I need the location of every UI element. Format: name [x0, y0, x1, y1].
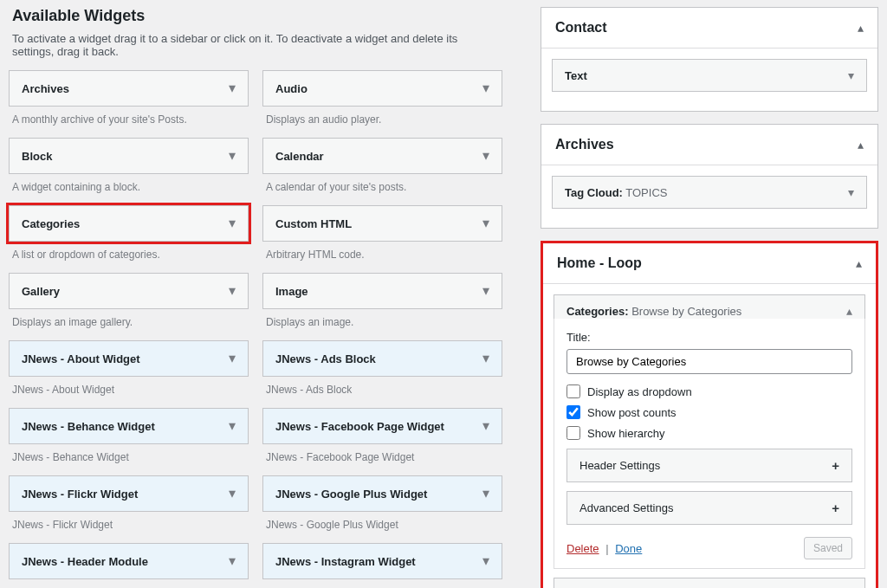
widget-jnews-ads-block[interactable]: JNews - Ads Block ▾ [262, 340, 502, 377]
plus-icon: + [832, 501, 839, 515]
available-widgets-description: To activate a widget drag it to a sideba… [9, 32, 502, 58]
widget-calendar[interactable]: Calendar ▾ [262, 138, 502, 174]
widget-action-links: Delete | Done [567, 542, 642, 555]
sidebar-area-title: Contact [555, 20, 607, 36]
show-post-counts-checkbox[interactable] [567, 405, 580, 419]
chevron-down-icon: ▾ [229, 554, 236, 568]
chevron-down-icon: ▾ [482, 419, 489, 433]
sidebar-area-toggle[interactable]: Archives ▴ [541, 125, 877, 165]
sidebar-area-archives: Archives ▴ Tag Cloud: TOPICS ▾ [541, 124, 878, 229]
sidebar-areas-panel: Contact ▴ Text ▾ Archives ▴ Tag Cloud: T… [541, 7, 878, 588]
widget-jnews-about[interactable]: JNews - About Widget ▾ [9, 340, 249, 377]
widget-label: Custom HTML [275, 217, 352, 230]
widget-label: Audio [275, 82, 308, 95]
widget-audio[interactable]: Audio ▾ [262, 70, 502, 107]
widget-label: Block [22, 150, 52, 163]
accordion-label: Header Settings [579, 459, 660, 472]
chevron-down-icon: ▾ [482, 216, 489, 230]
widget-form-categories: Title: Display as dropdown Show post cou… [554, 319, 865, 569]
saved-button: Saved [804, 537, 852, 559]
widget-label: JNews - Ads Block [275, 352, 376, 365]
widget-label: JNews - Flickr Widget [22, 488, 138, 501]
widget-label: JNews - Facebook Page Widget [275, 420, 444, 433]
widget-description: Displays an audio player. [262, 107, 502, 131]
sidebar-area-home-loop: Home - Loop ▴ Categories: Browse by Cate… [541, 241, 878, 588]
widget-description: A list or dropdown of categories. [9, 242, 249, 266]
chevron-down-icon: ▾ [482, 554, 489, 568]
widget-block[interactable]: Block ▾ [9, 138, 249, 174]
widget-categories[interactable]: Categories ▾ [9, 205, 249, 242]
widget-archives[interactable]: Archives ▾ [9, 70, 249, 107]
widget-jnews-header-module[interactable]: JNews - Header Module ▾ [9, 543, 249, 579]
available-widgets-panel: Available Widgets To activate a widget d… [9, 7, 502, 588]
chevron-down-icon: ▾ [482, 284, 489, 298]
chevron-down-icon: ▾ [482, 149, 489, 163]
sidebar-area-toggle[interactable]: Contact ▴ [541, 8, 877, 48]
chevron-down-icon: ▾ [848, 185, 854, 199]
sidebar-area-title: Home - Loop [557, 255, 642, 271]
widget-instance-label: Tag Cloud: TOPICS [565, 186, 667, 199]
chevron-down-icon: ▾ [229, 352, 236, 365]
advanced-settings-accordion[interactable]: Advanced Settings + [567, 491, 852, 525]
accordion-label: Advanced Settings [579, 501, 673, 514]
chevron-down-icon: ▾ [482, 81, 489, 95]
widget-label: JNews - Google Plus Widget [275, 488, 427, 501]
widget-description: JNews - Instagram Widget [262, 579, 502, 588]
widget-label: Calendar [275, 150, 324, 163]
sidebar-widget-text[interactable]: Text ▾ [552, 59, 867, 92]
widget-description: Arbitrary HTML code. [262, 242, 502, 266]
display-as-dropdown-checkbox[interactable] [567, 384, 580, 398]
available-widgets-title: Available Widgets [9, 7, 502, 25]
widget-label: JNews - Instagram Widget [275, 555, 416, 568]
chevron-down-icon: ▾ [229, 419, 236, 433]
widget-label: Gallery [22, 285, 60, 298]
show-hierarchy-label: Show hierarchy [587, 427, 665, 440]
title-field-label: Title: [567, 331, 852, 344]
widget-description: JNews - Header Module [9, 579, 249, 588]
sidebar-area-toggle[interactable]: Home - Loop ▴ [543, 243, 876, 283]
display-as-dropdown-label: Display as dropdown [587, 385, 692, 398]
widget-image[interactable]: Image ▾ [262, 273, 502, 309]
widget-jnews-instagram[interactable]: JNews - Instagram Widget ▾ [262, 543, 502, 579]
widget-description: Displays an image gallery. [9, 309, 249, 333]
widget-label: JNews - Behance Widget [22, 420, 155, 433]
widget-jnews-flickr[interactable]: JNews - Flickr Widget ▾ [9, 475, 249, 512]
widget-jnews-behance[interactable]: JNews - Behance Widget ▾ [9, 408, 249, 444]
chevron-down-icon: ▾ [482, 487, 489, 501]
widget-description: A widget containing a block. [9, 174, 249, 198]
show-hierarchy-checkbox[interactable] [567, 426, 580, 440]
show-post-counts-label: Show post counts [587, 406, 677, 419]
widget-description: A calendar of your site's posts. [262, 174, 502, 198]
sidebar-widget-tagcloud[interactable]: Tag Cloud: TOPICS ▾ [552, 176, 867, 209]
widget-description: JNews - Flickr Widget [9, 512, 249, 536]
chevron-down-icon: ▾ [229, 487, 236, 501]
widget-description: A monthly archive of your site's Posts. [9, 107, 249, 131]
chevron-down-icon: ▾ [229, 284, 236, 298]
title-input[interactable] [567, 349, 852, 374]
widget-label: JNews - Header Module [22, 555, 148, 568]
chevron-up-icon: ▴ [856, 256, 862, 270]
widget-jnews-google-plus[interactable]: JNews - Google Plus Widget ▾ [262, 475, 502, 512]
chevron-up-icon: ▴ [858, 138, 864, 152]
widget-description: JNews - Google Plus Widget [262, 512, 502, 536]
widget-description: JNews - Ads Block [262, 377, 502, 401]
header-settings-accordion[interactable]: Header Settings + [567, 449, 852, 482]
widget-label: Image [275, 285, 308, 298]
widget-jnews-facebook[interactable]: JNews - Facebook Page Widget ▾ [262, 408, 502, 444]
chevron-down-icon: ▾ [229, 149, 236, 163]
sidebar-area-title: Archives [555, 137, 614, 152]
sidebar-area-contact: Contact ▴ Text ▾ [541, 7, 878, 112]
widget-description: JNews - Behance Widget [9, 444, 249, 468]
delete-link[interactable]: Delete [567, 542, 599, 555]
widget-label: JNews - About Widget [22, 352, 140, 365]
chevron-down-icon: ▾ [482, 352, 489, 365]
widget-custom-html[interactable]: Custom HTML ▾ [262, 205, 502, 242]
sidebar-widget-tagcloud[interactable]: Tag Cloud: Browse by Tags ▾ [554, 578, 865, 588]
widget-gallery[interactable]: Gallery ▾ [9, 273, 249, 309]
widget-instance-label: Categories: Browse by Categories [567, 305, 741, 318]
chevron-up-icon: ▴ [858, 21, 864, 35]
plus-icon: + [832, 458, 839, 473]
done-link[interactable]: Done [615, 542, 642, 555]
widget-description: JNews - Facebook Page Widget [262, 444, 502, 468]
widget-label: Categories [22, 217, 80, 230]
